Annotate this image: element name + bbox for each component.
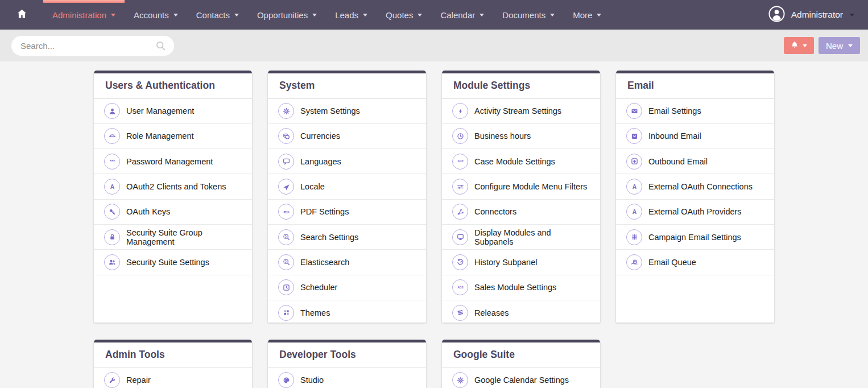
admin-link-pdf-settings[interactable]: PDFPDF Settings xyxy=(268,200,426,225)
history-arrow-icon xyxy=(452,254,468,270)
admin-link-languages[interactable]: Languages xyxy=(268,149,426,174)
admin-link-password-management[interactable]: ***Password Management xyxy=(94,149,252,174)
admin-link-security-suite-settings[interactable]: Security Suite Settings xyxy=(94,250,252,275)
nav-item-more[interactable]: More xyxy=(564,0,610,30)
panel-email: EmailEmail SettingsInbound EmailOutbound… xyxy=(616,71,774,323)
admin-link-user-management[interactable]: User Management xyxy=(94,99,252,124)
admin-link-google-calendar-settings[interactable]: Google Calendar Settings xyxy=(442,368,600,388)
panel-title: Google Suite xyxy=(442,342,600,368)
admin-link-label: Case Module Settings xyxy=(474,157,555,166)
admin-link-label: Outbound Email xyxy=(648,157,708,166)
oauth-logo-icon: A xyxy=(626,204,642,220)
admin-link-campaign-email-settings[interactable]: Campaign Email Settings xyxy=(616,225,774,250)
admin-link-search-settings[interactable]: Search Settings xyxy=(268,225,426,250)
search-icon[interactable] xyxy=(155,40,167,54)
admin-link-history-subpanel[interactable]: History Subpanel xyxy=(442,250,600,275)
admin-link-case-module-settings[interactable]: AOPCase Module Settings xyxy=(442,149,600,174)
nav-item-administration[interactable]: Administration xyxy=(43,0,125,30)
admin-link-label: Themes xyxy=(300,308,330,317)
admin-link-email-settings[interactable]: Email Settings xyxy=(616,99,774,124)
admin-link-label: Configure Module Menu Filters xyxy=(474,182,587,191)
admin-link-external-oauth-providers[interactable]: AExternal OAuth Providers xyxy=(616,200,774,225)
clock-icon xyxy=(452,128,468,144)
gear-icon xyxy=(452,372,468,388)
admin-link-label: External OAuth Providers xyxy=(648,207,742,216)
magnifier-grid-icon xyxy=(278,229,294,245)
search-bar-row: New xyxy=(0,30,868,61)
admin-link-display-modules-and-subpanels[interactable]: Display Modules and Subpanels xyxy=(442,225,600,250)
admin-link-label: Role Management xyxy=(126,131,194,141)
admin-link-label: History Subpanel xyxy=(474,258,537,267)
svg-text:AOP: AOP xyxy=(457,160,463,163)
chevron-down-icon xyxy=(363,14,367,16)
panel-system: SystemSystem SettingsCurrenciesLanguages… xyxy=(268,71,426,323)
svg-text:A: A xyxy=(632,209,636,215)
home-button[interactable] xyxy=(0,0,43,30)
admin-link-label: Elasticsearch xyxy=(300,258,349,267)
admin-link-role-management[interactable]: Role Management xyxy=(94,124,252,149)
palette-icon xyxy=(278,372,294,388)
quick-actions: New xyxy=(784,37,860,54)
admin-link-label: Google Calendar Settings xyxy=(474,375,569,385)
admin-link-email-queue[interactable]: Email Queue xyxy=(616,250,774,275)
nav-item-opportunities[interactable]: Opportunities xyxy=(248,0,326,30)
admin-link-releases[interactable]: Releases xyxy=(442,300,600,323)
pdf-badge-icon: PDF xyxy=(278,204,294,220)
admin-link-label: OAuth2 Clients and Tokens xyxy=(126,182,226,191)
notifications-button[interactable] xyxy=(784,37,814,54)
admin-link-label: Releases xyxy=(474,308,509,317)
nav-item-leads[interactable]: Leads xyxy=(326,0,377,30)
admin-panels-area: Users & AuthenticationUser ManagementRol… xyxy=(0,61,868,388)
admin-link-themes[interactable]: Themes xyxy=(268,300,426,323)
admin-link-inbound-email[interactable]: Inbound Email xyxy=(616,124,774,149)
envelope-inbound-icon xyxy=(626,128,642,144)
layers-icon xyxy=(452,305,468,321)
new-button[interactable]: New xyxy=(819,37,860,54)
admin-link-activity-stream-settings[interactable]: Activity Stream Settings xyxy=(442,99,600,124)
admin-link-label: Inbound Email xyxy=(648,131,701,141)
panel-admin-tools: Admin ToolsRepair xyxy=(94,340,252,388)
new-button-label: New xyxy=(826,41,843,51)
admin-link-external-oauth-connections[interactable]: AExternal OAuth Connections xyxy=(616,174,774,199)
admin-link-business-hours[interactable]: Business hours xyxy=(442,124,600,149)
admin-link-label: Studio xyxy=(300,375,324,385)
nav-item-contacts[interactable]: Contacts xyxy=(187,0,248,30)
bell-icon xyxy=(790,40,799,51)
user-icon xyxy=(104,103,120,119)
chevron-down-icon xyxy=(597,14,601,16)
nav-item-accounts[interactable]: Accounts xyxy=(125,0,187,30)
nav-item-label: Documents xyxy=(502,10,545,20)
nav-item-quotes[interactable]: Quotes xyxy=(377,0,431,30)
panel-grid-row-2: Admin ToolsRepairDeveloper ToolsStudioGo… xyxy=(94,340,868,388)
admin-link-scheduler[interactable]: Scheduler xyxy=(268,275,426,300)
panel-module-settings: Module SettingsActivity Stream SettingsB… xyxy=(442,71,600,323)
gear-icon xyxy=(278,103,294,119)
admin-link-currencies[interactable]: Currencies xyxy=(268,124,426,149)
user-menu[interactable]: Administrator xyxy=(768,0,868,30)
admin-link-configure-module-menu-filters[interactable]: Configure Module Menu Filters xyxy=(442,174,600,199)
admin-link-system-settings[interactable]: System Settings xyxy=(268,99,426,124)
admin-link-elasticsearch[interactable]: Elasticsearch xyxy=(268,250,426,275)
chevron-down-icon xyxy=(480,14,484,16)
user-name: Administrator xyxy=(791,10,843,20)
nav-item-calendar[interactable]: Calendar xyxy=(431,0,493,30)
admin-link-oauth2-clients-and-tokens[interactable]: AOAuth2 Clients and Tokens xyxy=(94,174,252,199)
admin-link-studio[interactable]: Studio xyxy=(268,368,426,388)
magnifier-grid-icon xyxy=(278,254,294,270)
nav-item-label: Contacts xyxy=(196,10,230,20)
admin-link-security-suite-group-management[interactable]: Security Suite Group Management xyxy=(94,225,252,250)
admin-link-sales-module-settings[interactable]: AOSSales Module Settings xyxy=(442,275,600,300)
admin-link-locale[interactable]: Locale xyxy=(268,174,426,199)
admin-link-connectors[interactable]: Connectors xyxy=(442,200,600,225)
nav-item-documents[interactable]: Documents xyxy=(493,0,564,30)
navigation-arrow-icon xyxy=(278,179,294,195)
chevron-down-icon xyxy=(111,14,115,16)
admin-link-oauth-keys[interactable]: OAuth Keys xyxy=(94,200,252,225)
search-input[interactable] xyxy=(11,36,174,56)
admin-link-outbound-email[interactable]: Outbound Email xyxy=(616,149,774,174)
panel-developer-tools: Developer ToolsStudio xyxy=(268,340,426,388)
coins-icon xyxy=(278,128,294,144)
admin-link-label: System Settings xyxy=(300,106,360,115)
admin-link-label: Security Suite Settings xyxy=(126,258,209,267)
admin-link-repair[interactable]: Repair xyxy=(94,368,252,388)
